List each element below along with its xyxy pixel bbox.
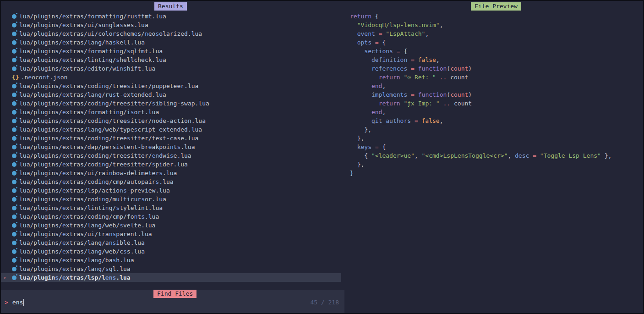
result-item[interactable]: lua/plugins/extras/dap/persistent-breakp…: [1, 143, 344, 151]
results-counter: 45 / 218: [310, 298, 339, 307]
file-path: lua/plugins/extras/lsp/lens.lua: [19, 274, 131, 281]
code-line: sections = {: [350, 47, 611, 55]
prompt-caret-icon: >: [5, 299, 8, 306]
lua-file-icon: [12, 110, 16, 115]
selection-arrow-icon: ▸: [4, 275, 7, 281]
file-path: lua/plugins/extras/ui/rainbow-delimeters…: [19, 170, 177, 176]
result-item[interactable]: lua/plugins/extras/coding/treesitter/spi…: [1, 160, 344, 169]
lua-file-icon: [12, 14, 16, 19]
file-path: .neoconf.json: [21, 74, 68, 81]
result-item[interactable]: lua/plugins/extras/formatting/sqlfmt.lua: [1, 47, 344, 55]
lua-file-icon: [12, 206, 16, 210]
result-item[interactable]: lua/plugins/extras/coding/treesitter/tex…: [1, 134, 344, 143]
file-path: lua/plugins/extras/coding/treesitter/tex…: [19, 135, 198, 142]
text-cursor: [23, 299, 24, 306]
file-path: lua/plugins/extras/coding/treesitter/nod…: [19, 117, 206, 124]
result-item[interactable]: lua/plugins/extras/ui/sunglasses.lua: [1, 21, 344, 29]
result-item[interactable]: lua/plugins/extras/linting/shellcheck.lu…: [1, 55, 344, 64]
lua-file-icon: [12, 119, 16, 123]
file-path: lua/plugins/extras/linting/shellcheck.lu…: [19, 56, 166, 63]
code-line: implements = function(count): [350, 90, 611, 99]
result-item[interactable]: lua/plugins/extras/coding/treesitter/nod…: [1, 116, 344, 125]
lua-file-icon: [12, 197, 16, 202]
code-line: keys = {: [350, 143, 611, 151]
code-line: return {: [350, 12, 611, 21]
result-item[interactable]: lua/plugins/extras/coding/cmp/autopairs.…: [1, 177, 344, 186]
code-line: "VidocqH/lsp-lens.nvim",: [350, 21, 611, 29]
result-item[interactable]: lua/plugins/extras/coding/treesitter/pup…: [1, 82, 344, 90]
result-item[interactable]: lua/plugins/extras/lang/rust-extended.lu…: [1, 90, 344, 99]
result-item[interactable]: lua/plugins/extras/ui/rainbow-delimeters…: [1, 169, 344, 177]
result-item[interactable]: lua/plugins/extras/ui/colorschemes/neoso…: [1, 29, 344, 38]
file-path: lua/plugins/extras/coding/cmp/autopairs.…: [19, 178, 174, 185]
code-line: opts = {: [350, 38, 611, 47]
result-item[interactable]: lua/plugins/extras/editor/winshift.lua: [1, 64, 344, 73]
file-path: lua/plugins/extras/linting/stylelint.lua: [19, 204, 163, 211]
code-line: definition = false,: [350, 55, 611, 64]
preview-code: return { "VidocqH/lsp-lens.nvim", event …: [350, 12, 611, 177]
lua-file-icon: [12, 241, 16, 245]
code-line: },: [350, 160, 611, 169]
file-path: lua/plugins/extras/lang/rust-extended.lu…: [19, 91, 166, 98]
result-item[interactable]: lua/plugins/extras/lang/sql.lua: [1, 264, 344, 273]
file-path: lua/plugins/extras/coding/treesitter/end…: [19, 152, 191, 159]
prompt-query-text: ens: [12, 299, 23, 306]
code-line: event = "LspAttach",: [350, 29, 611, 38]
result-item[interactable]: lua/plugins/extras/formatting/isort.lua: [1, 108, 344, 116]
json-file-icon: {}: [12, 74, 19, 81]
code-line: return "∞ Ref: " .. count: [350, 73, 611, 82]
prompt-input[interactable]: > ens: [5, 298, 24, 307]
code-line: { "<leader>ue", "<cmd>LspLensToggle<cr>"…: [350, 151, 611, 160]
result-item[interactable]: lua/plugins/extras/lang/ansible.lua: [1, 238, 344, 247]
file-path: lua/plugins/extras/coding/treesitter/sib…: [19, 100, 209, 107]
result-item[interactable]: lua/plugins/extras/lang/web/css.lua: [1, 247, 344, 256]
file-path: lua/plugins/extras/coding/cmp/fonts.lua: [19, 213, 159, 220]
lua-file-icon: [12, 223, 16, 228]
result-item[interactable]: ▸lua/plugins/extras/lsp/lens.lua: [1, 273, 341, 282]
lua-file-icon: [12, 249, 16, 254]
code-line: end,: [350, 108, 611, 116]
result-item[interactable]: lua/plugins/extras/coding/cmp/fonts.lua: [1, 212, 344, 221]
lua-file-icon: [12, 171, 16, 176]
result-item[interactable]: lua/plugins/extras/linting/stylelint.lua: [1, 204, 344, 212]
lua-file-icon: [12, 49, 16, 54]
result-item[interactable]: lua/plugins/extras/lsp/actions-preview.l…: [1, 186, 344, 195]
result-item[interactable]: lua/plugins/extras/lang/haskell.lua: [1, 38, 344, 47]
result-item[interactable]: lua/plugins/extras/lang/bash.lua: [1, 256, 344, 264]
file-path: lua/plugins/extras/ui/sunglasses.lua: [19, 22, 148, 28]
file-path: lua/plugins/extras/ui/transparent.lua: [19, 231, 152, 237]
file-path: lua/plugins/extras/coding/treesitter/spi…: [19, 161, 188, 168]
lua-file-icon: [12, 154, 16, 158]
result-item[interactable]: lua/plugins/extras/coding/treesitter/sib…: [1, 99, 344, 108]
lua-file-icon: [12, 162, 16, 167]
lua-file-icon: [12, 66, 16, 71]
lua-file-icon: [12, 188, 16, 193]
result-item[interactable]: lua/plugins/extras/lang/web/typescript-e…: [1, 125, 344, 134]
result-item[interactable]: lua/plugins/extras/lang/web/svelte.lua: [1, 221, 344, 230]
file-path: lua/plugins/extras/lang/web/svelte.lua: [19, 222, 155, 229]
lua-file-icon: [12, 258, 16, 263]
file-path: lua/plugins/extras/lang/sql.lua: [19, 265, 131, 272]
lua-file-icon: [12, 136, 16, 141]
code-line: references = function(count): [350, 64, 611, 73]
lua-file-icon: [12, 58, 16, 62]
code-line: },: [350, 125, 611, 134]
code-line: }: [350, 169, 611, 177]
lua-file-icon: [12, 23, 16, 28]
code-line: git_authors = false,: [350, 116, 611, 125]
result-item[interactable]: lua/plugins/extras/formatting/rustfmt.lu…: [1, 12, 344, 21]
telescope-finder-window: Results File Preview lua/plugins/extras/…: [0, 0, 644, 314]
lua-file-icon: [12, 180, 16, 184]
file-path: lua/plugins/extras/formatting/rustfmt.lu…: [19, 13, 166, 20]
result-item[interactable]: lua/plugins/extras/ui/transparent.lua: [1, 230, 344, 238]
file-preview-pane-title: File Preview: [471, 2, 521, 11]
result-item[interactable]: lua/plugins/extras/coding/multicursor.lu…: [1, 195, 344, 204]
results-pane-title: Results: [154, 2, 187, 11]
lua-file-icon: [12, 101, 16, 106]
lua-file-icon: [12, 40, 16, 45]
file-path: lua/plugins/extras/lang/web/css.lua: [19, 248, 145, 255]
lua-file-icon: [12, 145, 16, 149]
result-item[interactable]: {}.neoconf.json: [1, 73, 344, 82]
result-item[interactable]: lua/plugins/extras/coding/treesitter/end…: [1, 151, 344, 160]
lua-file-icon: [12, 267, 16, 271]
